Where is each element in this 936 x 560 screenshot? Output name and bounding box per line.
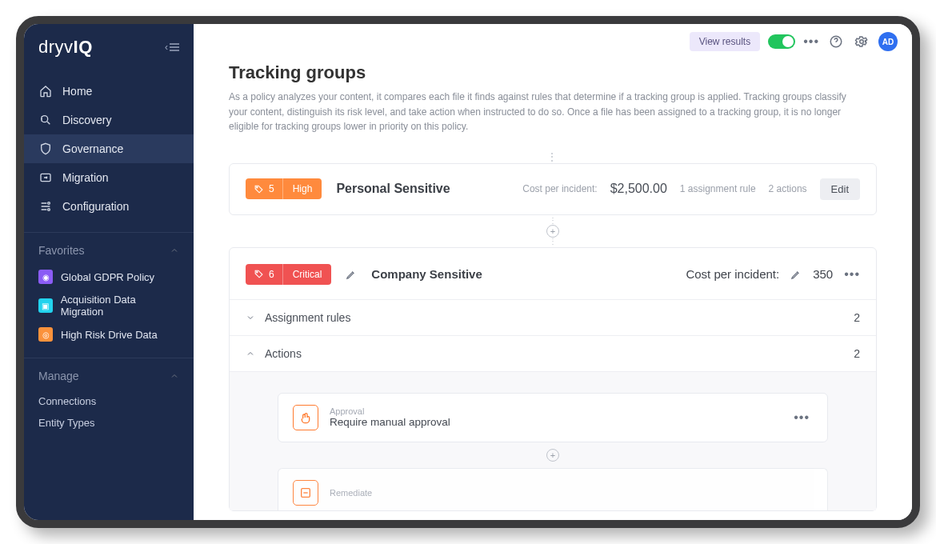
svg-point-5 [860, 40, 864, 44]
rules-summary[interactable]: 1 assignment rule [680, 183, 756, 194]
pencil-icon[interactable] [790, 269, 802, 280]
migration-icon [38, 170, 53, 185]
assignment-rules-section[interactable]: Assignment rules 2 [230, 299, 876, 335]
config-icon [38, 199, 53, 214]
svg-point-3 [48, 209, 50, 211]
nav-discovery[interactable]: Discovery [24, 106, 194, 134]
badge-risk: High [282, 178, 322, 199]
pencil-icon[interactable] [346, 269, 357, 280]
shield-icon [38, 142, 53, 156]
cost-label: Cost per incident: [686, 267, 779, 281]
action-title: Require manual approval [330, 416, 450, 428]
edit-button[interactable]: Edit [820, 178, 860, 200]
favorite-label: Global GDPR Policy [61, 271, 154, 283]
more-menu[interactable]: ••• [803, 34, 819, 49]
logo: dryvIQ [38, 37, 93, 58]
nav-label: Home [62, 85, 92, 98]
add-group-button[interactable]: + [546, 225, 559, 238]
nav-configuration[interactable]: Configuration [24, 192, 194, 221]
risk-badge: 5 High [246, 178, 322, 199]
manage-connections[interactable]: Connections [24, 390, 194, 412]
page-description: As a policy analyzes your content, it co… [229, 90, 853, 134]
tag-icon [254, 184, 264, 194]
nav-home[interactable]: Home [24, 77, 194, 106]
subsection-label: Actions [265, 347, 302, 360]
action-category: Approval [330, 406, 450, 416]
topbar: View results ••• AD [194, 24, 912, 59]
tag-icon [254, 269, 264, 279]
sidebar-collapse-button[interactable]: ‹ [165, 42, 179, 53]
page-title: Tracking groups [229, 62, 877, 83]
action-card[interactable]: Remediate [278, 468, 828, 510]
favorites-header[interactable]: Favorites [24, 244, 194, 265]
nav-label: Migration [62, 171, 109, 184]
cost-value: 350 [813, 267, 833, 281]
remediate-icon [293, 480, 318, 506]
menu-icon [170, 43, 179, 51]
shield-icon: ◉ [38, 270, 53, 284]
chevron-up-icon [170, 246, 179, 255]
group-more-menu[interactable]: ••• [844, 267, 860, 282]
connector: + [278, 442, 828, 468]
subsection-count: 2 [854, 311, 860, 324]
badge-count: 6 [269, 269, 274, 280]
action-card[interactable]: Approval Require manual approval ••• [278, 393, 828, 442]
favorite-item[interactable]: ◎ High Risk Drive Data [24, 322, 194, 346]
approval-icon [293, 405, 318, 430]
enable-toggle[interactable] [768, 34, 795, 49]
home-icon [38, 84, 53, 98]
main: View results ••• AD Tracking groups As a… [194, 24, 912, 520]
badge-count: 5 [269, 183, 274, 194]
tracking-group-card: 5 High Personal Sensitive Cost per incid… [229, 163, 877, 215]
discovery-icon [38, 113, 53, 127]
divider [24, 358, 194, 358]
favorite-label: Acquisition Data Migration [61, 294, 179, 318]
cost-label: Cost per incident: [522, 183, 597, 194]
actions-section[interactable]: Actions 2 [230, 335, 876, 371]
divider [24, 232, 194, 233]
app-frame: dryvIQ ‹ Home Discovery [16, 16, 920, 528]
actions-summary[interactable]: 2 actions [769, 183, 807, 194]
chevron-down-icon [246, 313, 255, 322]
cost-value: $2,500.00 [610, 182, 667, 196]
subsection-label: Assignment rules [265, 311, 350, 324]
action-category: Remediate [330, 488, 372, 498]
group-title: Personal Sensitive [336, 182, 450, 196]
tracking-group-card-expanded: 6 Critical Company Sensitive Cost per in… [229, 247, 877, 511]
chevron-up-icon [170, 371, 179, 381]
subsection-count: 2 [854, 347, 860, 360]
user-avatar[interactable]: AD [878, 32, 898, 51]
favorite-item[interactable]: ◉ Global GDPR Policy [24, 265, 194, 289]
connector: ⋮ + ⋮ [229, 215, 877, 247]
migration-icon: ▣ [38, 298, 53, 313]
manage-entity-types[interactable]: Entity Types [24, 412, 194, 434]
add-action-button[interactable]: + [546, 449, 559, 462]
risk-badge: 6 Critical [246, 264, 331, 285]
group-title: Company Sensitive [371, 267, 482, 281]
favorites-label: Favorites [38, 244, 85, 257]
drag-handle[interactable]: ⋮ [229, 150, 877, 163]
manage-header[interactable]: Manage [24, 370, 194, 390]
drive-icon: ◎ [38, 327, 53, 342]
nav-label: Configuration [62, 200, 129, 213]
content: Tracking groups As a policy analyzes you… [194, 59, 912, 520]
settings-button[interactable] [853, 33, 870, 50]
svg-point-6 [257, 186, 258, 187]
chevron-up-icon [246, 349, 255, 358]
nav-label: Discovery [62, 114, 111, 126]
nav-migration[interactable]: Migration [24, 163, 194, 192]
actions-body: Approval Require manual approval ••• + [230, 371, 876, 510]
action-more-menu[interactable]: ••• [790, 407, 813, 428]
primary-nav: Home Discovery Governance Migration [24, 77, 194, 221]
svg-point-2 [48, 202, 50, 205]
nav-governance[interactable]: Governance [24, 134, 194, 163]
nav-label: Governance [62, 142, 123, 155]
view-results-button[interactable]: View results [690, 32, 760, 51]
svg-point-7 [257, 272, 258, 273]
manage-item-label: Connections [38, 395, 96, 407]
favorite-item[interactable]: ▣ Acquisition Data Migration [24, 289, 194, 322]
sidebar: dryvIQ ‹ Home Discovery [24, 24, 194, 520]
favorite-label: High Risk Drive Data [61, 329, 158, 341]
help-button[interactable] [827, 33, 845, 50]
gear-icon [854, 34, 869, 49]
